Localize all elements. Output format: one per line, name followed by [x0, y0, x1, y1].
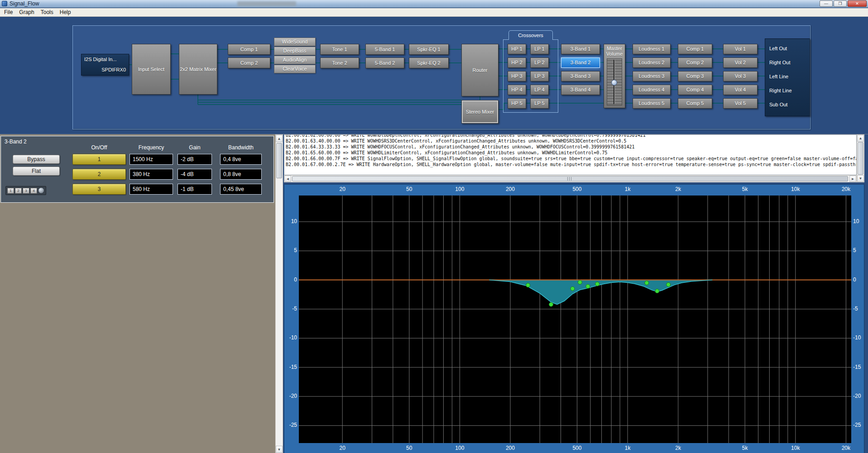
band-3-gain[interactable]: -1 dB: [177, 184, 212, 195]
preset-knob-icon[interactable]: [38, 187, 44, 194]
log-hscroll-thumb[interactable]: [292, 176, 848, 181]
block-vol-3[interactable]: Vol 3: [723, 71, 758, 81]
eq-plot-area[interactable]: [299, 196, 851, 443]
preset-button-2[interactable]: 2: [15, 188, 22, 194]
band-2-frequency[interactable]: 380 Hz: [129, 169, 173, 180]
scroll-down-icon[interactable]: ▼: [276, 446, 283, 453]
block-hp-2[interactable]: HP 2: [508, 57, 526, 68]
block-effect-audioalign[interactable]: AudioAlign: [274, 56, 316, 64]
preset-button-3[interactable]: 3: [23, 188, 29, 194]
block-vol-2[interactable]: Vol 2: [723, 57, 758, 68]
block-3band-2[interactable]: 3-Band 2: [561, 57, 600, 68]
block-3band-4[interactable]: 3-Band 4: [561, 85, 600, 95]
block-hp-1[interactable]: HP 1: [508, 44, 526, 54]
log-vscrollbar[interactable]: ▲ ▼: [857, 134, 864, 182]
eq-control-point[interactable]: [655, 289, 659, 293]
block-pre-comp-1[interactable]: Comp 1: [228, 44, 270, 55]
block-stereo-mixer[interactable]: Stereo Mixer: [461, 100, 499, 124]
block-loudness-5[interactable]: Loudness 5: [633, 98, 671, 109]
message-log[interactable]: B2.00.01.62.00.00.00 => WRITE WOWHDtbDep…: [284, 134, 857, 175]
block-lp-3[interactable]: LP 3: [530, 71, 549, 81]
band-2-toggle[interactable]: 2: [72, 169, 126, 180]
scroll-up-icon[interactable]: ▲: [276, 135, 283, 142]
editor-vscrollbar[interactable]: ▲ ▼: [275, 134, 283, 453]
block-lp-5[interactable]: LP 5: [530, 98, 549, 109]
block-matrix-mixer[interactable]: 2x2 Matrix Mixer: [179, 44, 217, 95]
output-4[interactable]: Right Line: [765, 83, 810, 97]
block-hp-4[interactable]: HP 4: [508, 85, 526, 95]
preset-button-1[interactable]: 1: [7, 188, 14, 194]
close-button[interactable]: ✕: [848, 0, 867, 7]
block-effect-deepbass[interactable]: DeepBass: [274, 47, 316, 55]
minimize-button[interactable]: —: [820, 0, 833, 7]
menu-help[interactable]: Help: [57, 8, 74, 16]
block-post-comp-5[interactable]: Comp 5: [678, 98, 712, 109]
block-5band-1[interactable]: 5-Band 1: [365, 44, 404, 55]
block-post-comp-2[interactable]: Comp 2: [678, 57, 712, 68]
block-lp-1[interactable]: LP 1: [530, 44, 549, 54]
block-hp-5[interactable]: HP 5: [508, 98, 526, 109]
eq-control-point[interactable]: [645, 281, 649, 285]
output-1[interactable]: Left Out: [765, 41, 810, 55]
master-volume-slider[interactable]: [607, 58, 622, 105]
block-3band-3[interactable]: 3-Band 3: [561, 71, 600, 81]
block-master-volume[interactable]: Master Volume: [604, 44, 625, 108]
flat-button[interactable]: Flat: [13, 167, 60, 176]
editor-vscroll-thumb[interactable]: [276, 143, 282, 178]
scroll-down-icon[interactable]: ▼: [857, 175, 864, 182]
block-post-comp-3[interactable]: Comp 3: [678, 71, 712, 81]
bypass-button[interactable]: Bypass: [13, 155, 60, 164]
block-i2s-input[interactable]: I2S Digital In...SPDIFRX0: [81, 54, 129, 76]
band-3-bandwidth[interactable]: 0,45 8ve: [220, 184, 262, 195]
menu-file[interactable]: File: [1, 8, 16, 16]
output-2[interactable]: Right Out: [765, 55, 810, 69]
eq-control-point[interactable]: [571, 286, 575, 291]
eq-control-point[interactable]: [578, 280, 582, 284]
block-pre-comp-2[interactable]: Comp 2: [228, 57, 270, 68]
eq-control-point[interactable]: [526, 283, 530, 287]
eq-control-point[interactable]: [595, 282, 599, 286]
block-loudness-1[interactable]: Loudness 1: [633, 44, 671, 54]
block-tone-1[interactable]: Tone 1: [320, 44, 359, 55]
block-vol-5[interactable]: Vol 5: [723, 98, 758, 109]
eq-control-point[interactable]: [586, 284, 590, 288]
block-effect-clearvoice[interactable]: ClearVoice: [274, 65, 316, 73]
output-5[interactable]: Sub Out: [765, 97, 810, 111]
block-loudness-4[interactable]: Loudness 4: [633, 85, 671, 95]
eq-control-point[interactable]: [549, 302, 553, 306]
menu-tools[interactable]: Tools: [38, 8, 57, 16]
eq-graph[interactable]: 202050501001002002005005001k1k2k2k5k5k10…: [284, 184, 864, 453]
block-lp-4[interactable]: LP 4: [530, 85, 549, 95]
block-loudness-2[interactable]: Loudness 2: [633, 57, 671, 68]
band-1-bandwidth[interactable]: 0,4 8ve: [220, 154, 262, 165]
scroll-up-icon[interactable]: ▲: [857, 135, 864, 142]
titlebar[interactable]: Signal_Flow — ❐ ✕: [0, 0, 868, 8]
block-lp-2[interactable]: LP 2: [530, 57, 549, 68]
block-router[interactable]: Router: [461, 44, 499, 96]
block-loudness-3[interactable]: Loudness 3: [633, 71, 671, 81]
block-vol-4[interactable]: Vol 4: [723, 85, 758, 95]
band-2-gain[interactable]: -4 dB: [177, 169, 212, 180]
block-input-select[interactable]: Input Select: [132, 44, 171, 95]
block-post-comp-1[interactable]: Comp 1: [678, 44, 712, 54]
band-1-toggle[interactable]: 1: [72, 154, 126, 165]
block-vol-1[interactable]: Vol 1: [723, 44, 758, 54]
log-hscrollbar[interactable]: ◄ ►: [284, 175, 857, 182]
master-volume-thumb[interactable]: [611, 80, 617, 86]
block-5band-2[interactable]: 5-Band 2: [365, 57, 404, 68]
menu-graph[interactable]: Graph: [16, 8, 37, 16]
block-spkreq-1[interactable]: Spkr-EQ 1: [409, 44, 449, 55]
block-3band-1[interactable]: 3-Band 1: [561, 44, 600, 54]
block-effect-widesound[interactable]: WideSound: [274, 38, 316, 46]
block-spkreq-2[interactable]: Spkr-EQ 2: [409, 57, 449, 68]
scroll-right-icon[interactable]: ►: [849, 176, 856, 182]
maximize-button[interactable]: ❐: [834, 0, 847, 7]
eq-control-point[interactable]: [667, 282, 671, 286]
scroll-left-icon[interactable]: ◄: [284, 176, 291, 182]
log-vscroll-thumb[interactable]: [858, 142, 863, 175]
band-1-frequency[interactable]: 1500 Hz: [129, 154, 173, 165]
band-2-bandwidth[interactable]: 0,8 8ve: [220, 169, 262, 180]
output-3[interactable]: Left Line: [765, 69, 810, 83]
block-post-comp-4[interactable]: Comp 4: [678, 85, 712, 95]
band-3-toggle[interactable]: 3: [72, 184, 126, 195]
